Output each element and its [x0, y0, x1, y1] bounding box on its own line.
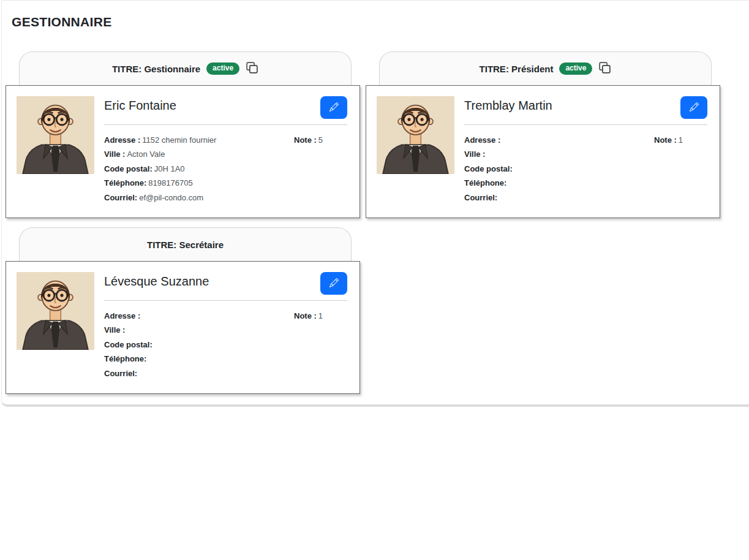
person-card: Lévesque Suzanne Adresse : Ville : Code	[6, 261, 360, 394]
code-postal-row: Code postal:	[464, 162, 654, 176]
avatar	[17, 272, 94, 350]
ville-row: Ville :	[464, 147, 654, 161]
note-row: Note :1	[654, 133, 707, 147]
titre-label: TITRE: Secrétaire	[147, 240, 224, 250]
page-title: GESTIONNAIRE	[12, 15, 749, 29]
pencil-icon	[329, 278, 339, 289]
copy-button[interactable]	[598, 61, 611, 76]
edit-button[interactable]	[680, 96, 707, 119]
person-card: Eric Fontaine Adresse :1152 chemin fourn…	[6, 85, 360, 218]
divider	[104, 124, 347, 125]
ville-row: Ville :Acton Vale	[104, 147, 294, 161]
divider	[464, 124, 707, 125]
card-stack-president: TITRE: Président active Tremblay Martin	[366, 51, 720, 218]
titre-tab-secretaire: TITRE: Secrétaire	[19, 227, 352, 261]
titre-label: TITRE: Président	[480, 64, 554, 74]
ville-row: Ville :	[104, 323, 294, 337]
edit-button[interactable]	[320, 272, 347, 295]
courriel-row: Courriel:ef@pil-condo.com	[104, 191, 294, 205]
titre-tab-gestionnaire: TITRE: Gestionnaire active	[19, 51, 352, 85]
person-card: Tremblay Martin Adresse : Ville : Code	[366, 85, 720, 218]
card-stack-secretaire: TITRE: Secrétaire Lévesque Suzanne	[6, 227, 360, 394]
telephone-row: Téléphone:8198176705	[104, 176, 294, 190]
copy-icon	[246, 61, 258, 76]
avatar	[377, 96, 454, 174]
telephone-row: Téléphone:	[104, 352, 294, 366]
adresse-row: Adresse :	[104, 309, 294, 323]
titre-label: TITRE: Gestionnaire	[112, 64, 200, 74]
status-badge: active	[559, 62, 592, 75]
person-name: Eric Fontaine	[104, 99, 176, 113]
copy-button[interactable]	[246, 61, 258, 76]
person-name: Tremblay Martin	[464, 99, 552, 113]
note-row: Note :1	[294, 309, 347, 323]
card-content: Tremblay Martin Adresse : Ville : Code	[464, 96, 707, 205]
divider	[104, 300, 347, 301]
adresse-row: Adresse :	[464, 133, 654, 147]
pencil-icon	[690, 102, 699, 113]
card-content: Lévesque Suzanne Adresse : Ville : Code	[104, 272, 347, 380]
copy-icon	[598, 61, 611, 76]
titre-tab-president: TITRE: Président active	[379, 51, 712, 85]
courriel-row: Courriel:	[464, 191, 654, 205]
cards-grid: TITRE: Gestionnaire active Eric Fontaine	[6, 51, 749, 394]
person-name: Lévesque Suzanne	[104, 274, 209, 289]
pencil-icon	[329, 102, 339, 113]
code-postal-row: Code postal:J0H 1A0	[104, 162, 294, 176]
card-content: Eric Fontaine Adresse :1152 chemin fourn…	[104, 96, 347, 205]
edit-button[interactable]	[320, 96, 347, 119]
telephone-row: Téléphone:	[464, 176, 654, 190]
courriel-row: Courriel:	[104, 366, 294, 380]
gestionnaire-panel: GESTIONNAIRE TITRE: Gestionnaire active	[1, 0, 749, 407]
code-postal-row: Code postal:	[104, 338, 294, 352]
note-row: Note :5	[294, 133, 347, 147]
status-badge: active	[206, 62, 239, 75]
avatar	[17, 96, 94, 174]
adresse-row: Adresse :1152 chemin fournier	[104, 133, 294, 147]
card-stack-gestionnaire: TITRE: Gestionnaire active Eric Fontaine	[6, 51, 360, 218]
